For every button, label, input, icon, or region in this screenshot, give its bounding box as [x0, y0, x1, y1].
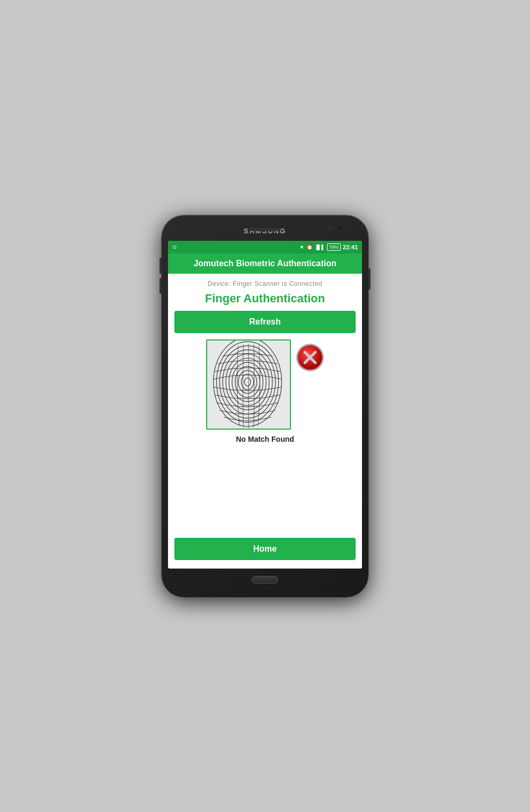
device-status-text: Device: Finger Scanner is Connected — [174, 280, 356, 287]
sensor — [338, 226, 341, 230]
fingerprint-svg — [207, 340, 290, 429]
clock: 22:41 — [343, 244, 358, 250]
battery-indicator: 79% — [327, 243, 341, 251]
alarm-icon: ⏰ — [306, 244, 313, 250]
top-bezel: SAMSUNG — [168, 222, 362, 241]
status-bar: ⊙ ★ ⏰ ▐▌▌ 79% 22:41 — [168, 241, 362, 254]
power-button[interactable] — [368, 268, 370, 290]
home-button[interactable]: Home — [174, 538, 356, 560]
signal-icon: ▐▌▌ — [315, 245, 325, 250]
fingerprint-area — [174, 339, 356, 430]
fingerprint-image-container — [206, 339, 291, 430]
speaker-grille — [249, 228, 281, 231]
app-content: Device: Finger Scanner is Connected Fing… — [168, 274, 362, 569]
home-hardware-button[interactable] — [252, 576, 278, 583]
content-spacer — [174, 448, 356, 534]
front-camera — [329, 226, 333, 230]
app-bar: Jomutech Biometric Authentication — [168, 254, 362, 274]
phone-screen: ⊙ ★ ⏰ ▐▌▌ 79% 22:41 Jomutech Biometric A… — [168, 241, 362, 569]
auth-title: Finger Authentication — [174, 292, 356, 305]
home-button-bar: Home — [174, 534, 356, 562]
refresh-button[interactable]: Refresh — [174, 311, 356, 333]
volume-up-button[interactable] — [160, 258, 162, 274]
error-icon — [296, 344, 324, 371]
no-match-label: No Match Found — [174, 435, 356, 443]
shield-icon: ⊙ — [172, 244, 176, 250]
phone-device: SAMSUNG ⊙ ★ ⏰ ▐▌▌ 79% 22:41 Jomutech Bio… — [162, 215, 368, 597]
star-icon: ★ — [299, 244, 304, 250]
status-right-icons: ★ ⏰ ▐▌▌ 79% 22:41 — [299, 243, 358, 251]
app-title: Jomutech Biometric Authentication — [174, 259, 356, 268]
volume-down-button[interactable] — [160, 278, 162, 294]
status-left-icons: ⊙ — [172, 244, 176, 250]
bottom-bezel — [168, 569, 362, 591]
